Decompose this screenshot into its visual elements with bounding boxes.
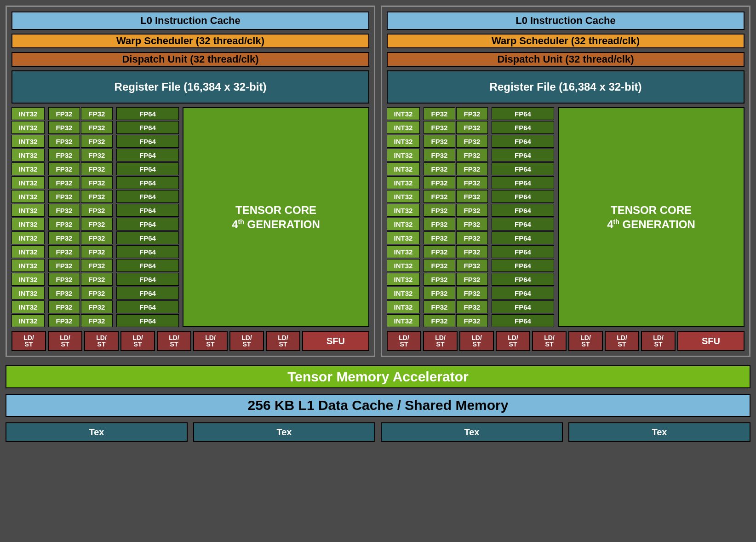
fp32-unit: FP32: [48, 162, 80, 175]
int32-column: INT32INT32INT32INT32INT32INT32INT32INT32…: [11, 107, 45, 327]
fp32-column: FP32FP32FP32FP32FP32FP32FP32FP32FP32FP32…: [81, 107, 113, 327]
int32-unit: INT32: [11, 300, 45, 313]
fp64-unit: FP64: [116, 135, 179, 148]
fp32-unit: FP32: [81, 245, 113, 258]
fp64-unit: FP64: [492, 190, 554, 203]
load-store-unit: LD/ST: [193, 331, 228, 351]
warp-scheduler: Warp Scheduler (32 thread/clk): [387, 34, 745, 48]
fp32-unit: FP32: [81, 135, 113, 148]
fp32-unit: FP32: [81, 204, 113, 217]
int32-unit: INT32: [387, 245, 420, 258]
fp32-unit: FP32: [456, 204, 488, 217]
fp32-unit: FP32: [456, 218, 488, 231]
tensor-core: TENSOR CORE4th GENERATION: [558, 107, 745, 327]
fp64-unit: FP64: [492, 149, 554, 161]
int32-unit: INT32: [387, 107, 420, 120]
load-store-unit: LD/ST: [387, 331, 421, 351]
fp64-unit: FP64: [116, 204, 179, 217]
fp32-group: FP32FP32FP32FP32FP32FP32FP32FP32FP32FP32…: [48, 107, 113, 327]
load-store-unit: LD/ST: [605, 331, 639, 351]
int32-unit: INT32: [11, 121, 45, 134]
int32-unit: INT32: [11, 162, 45, 175]
fp64-unit: FP64: [116, 273, 179, 286]
fp32-unit: FP32: [81, 314, 113, 327]
fp32-unit: FP32: [48, 218, 80, 231]
fp32-unit: FP32: [424, 287, 455, 300]
fp64-unit: FP64: [492, 135, 554, 148]
int32-unit: INT32: [387, 273, 420, 286]
fp32-unit: FP32: [456, 149, 488, 161]
fp64-unit: FP64: [492, 218, 554, 231]
fp64-unit: FP64: [116, 162, 179, 175]
int32-unit: INT32: [11, 231, 45, 244]
partition-row: L0 Instruction CacheWarp Scheduler (32 t…: [6, 6, 750, 357]
fp64-unit: FP64: [492, 107, 554, 120]
load-store-unit: LD/ST: [229, 331, 264, 351]
fp64-unit: FP64: [116, 231, 179, 244]
fp32-unit: FP32: [456, 107, 488, 120]
fp32-unit: FP32: [48, 259, 80, 272]
dispatch-unit: Dispatch Unit (32 thread/clk): [11, 52, 369, 67]
fp32-column: FP32FP32FP32FP32FP32FP32FP32FP32FP32FP32…: [424, 107, 455, 327]
int32-column: INT32INT32INT32INT32INT32INT32INT32INT32…: [387, 107, 420, 327]
int32-unit: INT32: [11, 287, 45, 300]
int32-unit: INT32: [387, 287, 420, 300]
int32-unit: INT32: [387, 314, 420, 327]
fp32-unit: FP32: [81, 218, 113, 231]
int32-unit: INT32: [387, 135, 420, 148]
int32-unit: INT32: [387, 176, 420, 189]
load-store-unit: LD/ST: [641, 331, 676, 351]
l0-instruction-cache: L0 Instruction Cache: [11, 12, 369, 30]
fp64-column: FP64FP64FP64FP64FP64FP64FP64FP64FP64FP64…: [116, 107, 179, 327]
load-store-unit: LD/ST: [11, 331, 46, 351]
int32-unit: INT32: [387, 218, 420, 231]
tex-unit: Tex: [6, 422, 188, 442]
int32-unit: INT32: [11, 259, 45, 272]
fp64-unit: FP64: [116, 190, 179, 203]
fp32-unit: FP32: [81, 190, 113, 203]
fp64-unit: FP64: [116, 314, 179, 327]
fp32-unit: FP32: [48, 245, 80, 258]
fp32-unit: FP32: [456, 273, 488, 286]
fp32-unit: FP32: [48, 231, 80, 244]
fp32-unit: FP32: [456, 176, 488, 189]
fp32-unit: FP32: [81, 300, 113, 313]
load-store-unit: LD/ST: [84, 331, 119, 351]
fp32-unit: FP32: [81, 176, 113, 189]
load-store-unit: LD/ST: [266, 331, 300, 351]
int32-unit: INT32: [387, 162, 420, 175]
fp32-unit: FP32: [48, 176, 80, 189]
fp64-unit: FP64: [492, 273, 554, 286]
fp32-unit: FP32: [81, 287, 113, 300]
fp32-unit: FP32: [456, 231, 488, 244]
dispatch-unit: Dispatch Unit (32 thread/clk): [387, 52, 745, 67]
fp64-unit: FP64: [116, 287, 179, 300]
fp32-unit: FP32: [81, 273, 113, 286]
warp-scheduler: Warp Scheduler (32 thread/clk): [11, 34, 369, 48]
fp64-unit: FP64: [116, 149, 179, 161]
fp32-unit: FP32: [48, 190, 80, 203]
fp32-column: FP32FP32FP32FP32FP32FP32FP32FP32FP32FP32…: [456, 107, 488, 327]
fp32-unit: FP32: [456, 245, 488, 258]
int32-unit: INT32: [387, 190, 420, 203]
fp32-unit: FP32: [48, 314, 80, 327]
fp32-unit: FP32: [424, 245, 455, 258]
load-store-unit: LD/ST: [48, 331, 82, 351]
tensor-memory-accelerator: Tensor Memory Accelerator: [6, 365, 750, 388]
fp32-unit: FP32: [424, 204, 455, 217]
fp64-unit: FP64: [116, 259, 179, 272]
fp64-unit: FP64: [116, 176, 179, 189]
fp32-unit: FP32: [456, 287, 488, 300]
l1-data-cache: 256 KB L1 Data Cache / Shared Memory: [6, 394, 750, 417]
fp64-unit: FP64: [492, 121, 554, 134]
fp32-unit: FP32: [424, 273, 455, 286]
l0-instruction-cache: L0 Instruction Cache: [387, 12, 745, 30]
fp32-unit: FP32: [81, 107, 113, 120]
register-file: Register File (16,384 x 32-bit): [387, 70, 745, 104]
fp32-unit: FP32: [424, 149, 455, 161]
int32-unit: INT32: [387, 300, 420, 313]
fp32-unit: FP32: [424, 190, 455, 203]
fp32-unit: FP32: [81, 121, 113, 134]
fp32-unit: FP32: [48, 287, 80, 300]
fp64-unit: FP64: [492, 300, 554, 313]
